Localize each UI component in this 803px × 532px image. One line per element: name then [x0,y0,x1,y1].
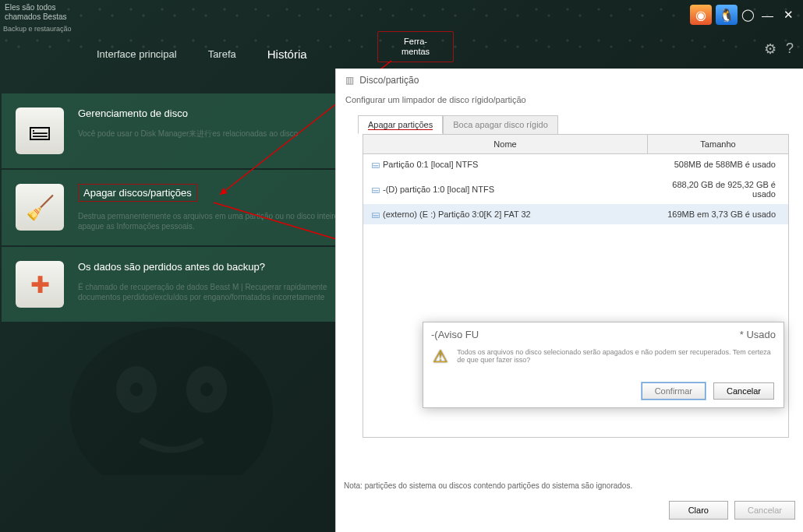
nav-history[interactable]: História [267,48,307,61]
broom-icon: 🧹 [16,184,64,231]
feature-erase-partitions[interactable]: 🧹 Apagar discos/partições Destrua perman… [2,170,360,245]
table-row[interactable]: 🖴-(D) partição 1:0 [local] NTFS 688,20 G… [363,174,788,204]
disk-drive-icon: 🖴 [16,107,64,154]
partition-table: Nome Tamanho 🖴Partição 0:1 [local] NTFS … [363,134,789,438]
window-title-block: Eles são todos chamados Bestas [5,3,67,22]
feature-disk-management[interactable]: 🖴 Gerenciamento de disco Você pode usar … [2,93,360,168]
dialog-used-label: * Usado [740,329,776,340]
medical-cross-icon: ✚ [16,261,64,308]
qq-icon[interactable]: 🐧 [716,5,738,25]
drive-icon: 🖴 [371,210,380,219]
svg-point-3 [130,382,143,396]
nav-task[interactable]: Tarefa [208,48,236,60]
warning-triangle-icon: ⚠ [433,347,449,365]
feature-title: Gerenciamento de disco [78,107,351,119]
minimize-button[interactable]: — [759,9,776,22]
drive-icon: 🖴 [371,185,380,194]
warning-dialog: -(Aviso FU * Usado ⚠ Todos os arquivos n… [423,322,784,408]
dialog-message: Todos os arquivos no disco selecionado s… [457,348,774,364]
nav-tools[interactable]: Ferra- mentas [377,31,454,62]
feature-title: Apagar discos/partições [78,184,197,202]
panel-note: Nota: partições do sistema ou discos con… [344,481,632,490]
table-row[interactable]: 🖴Partição 0:1 [local] NTFS 508MB de 588M… [363,154,788,174]
cancel-button[interactable]: Cancelar [713,382,774,400]
feature-desc: Você pode usar o Disk Manager来进行es relac… [78,129,351,139]
tab-erase-disk[interactable]: Boca apagar disco rígido [443,115,558,134]
help-icon[interactable]: ? [786,41,794,58]
partition-icon: ▥ [345,75,354,86]
confirm-button[interactable]: Confirmar [642,382,706,400]
gear-icon[interactable]: ⚙ [764,41,776,58]
column-header-size[interactable]: Tamanho [648,135,788,153]
panel-title: ▥ Disco/partição [336,69,803,92]
svg-point-4 [200,382,213,396]
window-subtitle: Backup e restauração [3,25,72,33]
weibo-icon[interactable]: ◉ [690,5,712,25]
drive-icon: 🖴 [371,160,380,169]
column-header-name[interactable]: Nome [363,135,648,153]
tshirt-icon[interactable]: ◯ [741,8,755,22]
panel-subtitle: Configurar um limpador de disco rígido/p… [336,92,803,115]
table-row[interactable]: 🖴(externo) (E :) Partição 3:0[K 2] FAT 3… [363,204,788,224]
ok-button[interactable]: Claro [669,501,728,520]
feature-desc: Destrua permanentemente os arquivos em u… [78,211,351,231]
close-button[interactable]: ✕ [780,8,797,22]
bottom-cancel-button[interactable]: Cancelar [734,501,795,520]
mascot-face-icon [62,296,281,475]
feature-title: Os dados são perdidos antes do backup? [78,261,351,273]
tab-erase-partitions[interactable]: Apagar partições [358,115,443,134]
nav-main[interactable]: Interface principal [97,48,177,60]
disk-partition-panel: ▥ Disco/partição Configurar um limpador … [335,69,803,532]
dialog-title: -(Aviso FU [431,329,479,340]
